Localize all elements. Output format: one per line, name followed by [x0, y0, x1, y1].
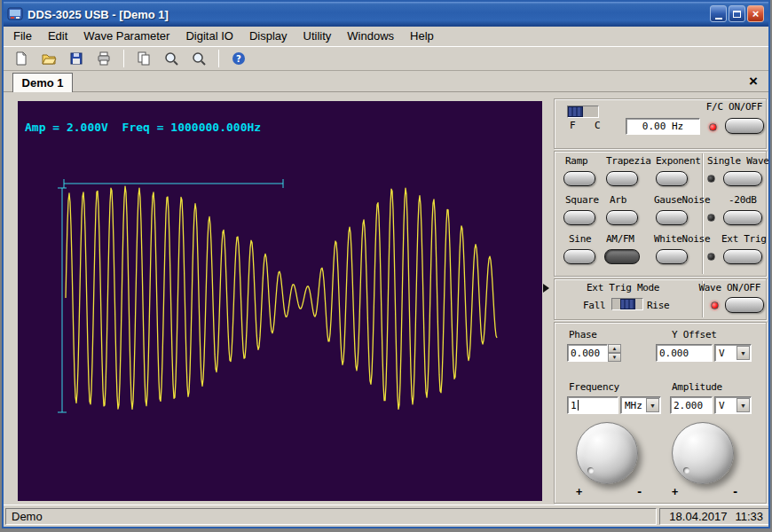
y-offset-unit-select[interactable]: V ▼: [714, 344, 752, 362]
amp-freq-readout: Amp = 2.000V Freq = 1000000.000Hz: [25, 121, 261, 134]
exponent-label: Exponent: [656, 155, 701, 167]
waveform-canvas: [18, 101, 542, 501]
save-icon: [68, 51, 84, 66]
trapezia-label: Trapezia: [606, 155, 651, 167]
toolbar-separator: [123, 50, 124, 67]
status-bar: Demo 18.04.2017 11:33: [4, 505, 768, 527]
menu-help[interactable]: Help: [402, 27, 442, 46]
exponent-button[interactable]: [656, 171, 688, 186]
menu-edit[interactable]: Edit: [40, 27, 75, 46]
trig-mode-slider[interactable]: [611, 298, 643, 310]
open-folder-button[interactable]: [38, 48, 59, 69]
gausenoise-label: GauseNoise: [654, 194, 710, 206]
new-document-button[interactable]: [11, 48, 32, 69]
close-icon: ×: [752, 7, 760, 20]
horizontal-cursor[interactable]: [64, 179, 283, 188]
trapezia-button[interactable]: [606, 171, 638, 186]
square-button[interactable]: [563, 210, 595, 225]
gausenoise-button[interactable]: [656, 210, 688, 225]
menu-display[interactable]: Display: [241, 27, 295, 46]
text-caret: [578, 400, 579, 411]
menu-utility[interactable]: Utility: [295, 27, 340, 46]
menu-windows[interactable]: Windows: [339, 27, 402, 46]
ext-trig-label: Ext Trig: [721, 233, 767, 245]
sine-label: Sine: [569, 233, 591, 245]
amplitude-input[interactable]: 2.000: [670, 396, 713, 414]
spinner-up-icon[interactable]: ▲: [608, 344, 621, 353]
ramp-label: Ramp: [565, 155, 587, 167]
menu-wave-parameter[interactable]: Wave Parameter: [75, 27, 177, 46]
y-offset-unit-value: V: [719, 348, 725, 359]
amplitude-knob[interactable]: [672, 422, 734, 484]
title-bar: DDS-3025 USB - [Demo 1] ×: [4, 2, 768, 27]
scope-display: Amp = 2.000V Freq = 1000000.000Hz: [18, 101, 542, 501]
maximize-icon: [733, 11, 741, 18]
copy-button[interactable]: [133, 48, 154, 69]
wave-onoff-led: [711, 301, 719, 309]
minimize-button[interactable]: [710, 5, 727, 22]
trig-mode-slider-handle[interactable]: [620, 299, 635, 309]
minimize-icon: [715, 18, 722, 20]
menu-digital-io[interactable]: Digital IO: [177, 27, 240, 46]
help-button[interactable]: ?: [228, 48, 249, 69]
minus20db-button[interactable]: [723, 210, 762, 225]
status-datetime: 18.04.2017 11:33: [659, 508, 769, 525]
phase-label: Phase: [569, 329, 597, 340]
waveform: [66, 186, 497, 409]
chevron-down-icon[interactable]: ▼: [646, 398, 659, 412]
tab-demo1[interactable]: Demo 1: [12, 73, 73, 92]
vertical-cursor[interactable]: [58, 188, 67, 412]
fc-slider[interactable]: [567, 106, 599, 118]
print-button[interactable]: [93, 48, 114, 69]
amplitude-unit-value: V: [719, 400, 725, 411]
ramp-button[interactable]: [563, 171, 595, 186]
chevron-down-icon[interactable]: ▼: [737, 398, 750, 412]
zoom-in-icon: [163, 51, 179, 66]
tab-close-button[interactable]: ×: [749, 72, 758, 91]
fc-onoff-label: F/C ON/OFF: [706, 101, 762, 113]
status-text: Demo: [12, 510, 43, 523]
maximize-button[interactable]: [729, 5, 745, 22]
fc-slider-handle[interactable]: [568, 106, 583, 117]
wave-onoff-button[interactable]: [725, 297, 764, 313]
status-date: 18.04.2017: [669, 510, 727, 523]
chevron-down-icon[interactable]: ▼: [737, 346, 750, 360]
single-wave-button[interactable]: [723, 171, 762, 186]
fc-onoff-button[interactable]: [725, 118, 764, 134]
y-offset-input[interactable]: 0.000: [656, 344, 713, 362]
ext-trig-button[interactable]: [723, 249, 762, 264]
open-folder-icon: [41, 51, 57, 66]
save-button[interactable]: [66, 48, 87, 69]
single-wave-led: [707, 175, 715, 183]
phase-spinner[interactable]: ▲ ▼: [608, 344, 621, 362]
phase-input[interactable]: 0.000: [567, 344, 608, 362]
tab-bar: Demo 1 ×: [4, 71, 768, 92]
amfm-button[interactable]: [604, 249, 640, 264]
knob-indicator-dot: [683, 467, 689, 473]
close-button[interactable]: ×: [747, 5, 764, 22]
fc-value-readout: 0.00 Hz: [626, 118, 700, 135]
status-message: Demo: [5, 508, 657, 525]
amplitude-unit-select[interactable]: V ▼: [714, 396, 752, 414]
new-document-icon: [13, 51, 29, 66]
frequency-input[interactable]: 1: [567, 396, 618, 414]
frequency-unit-select[interactable]: MHz ▼: [620, 396, 661, 414]
zoom-out-button[interactable]: [188, 48, 209, 69]
frequency-knob[interactable]: [576, 422, 638, 484]
toolbar: ?: [4, 46, 768, 71]
sine-button[interactable]: [563, 249, 595, 264]
whitenoise-button[interactable]: [656, 249, 688, 264]
svg-text:?: ?: [236, 54, 241, 64]
zoom-in-button[interactable]: [161, 48, 182, 69]
arb-button[interactable]: [606, 210, 638, 225]
wave-onoff-label: Wave ON/OFF: [698, 282, 760, 293]
parameters-group: Phase Y Offset 0.000 ▲ ▼ 0.000 V ▼ Frequ…: [554, 322, 767, 504]
spinner-down-icon[interactable]: ▼: [608, 353, 621, 362]
app-window: DDS-3025 USB - [Demo 1] × File Edit Wave…: [2, 0, 770, 528]
panel-collapse-arrow-icon[interactable]: [543, 284, 549, 293]
minus20db-label: -20dB: [729, 194, 757, 206]
menu-file[interactable]: File: [5, 27, 40, 46]
tab-label: Demo 1: [22, 76, 64, 90]
group-divider: [702, 153, 704, 274]
fc-led: [709, 123, 717, 131]
